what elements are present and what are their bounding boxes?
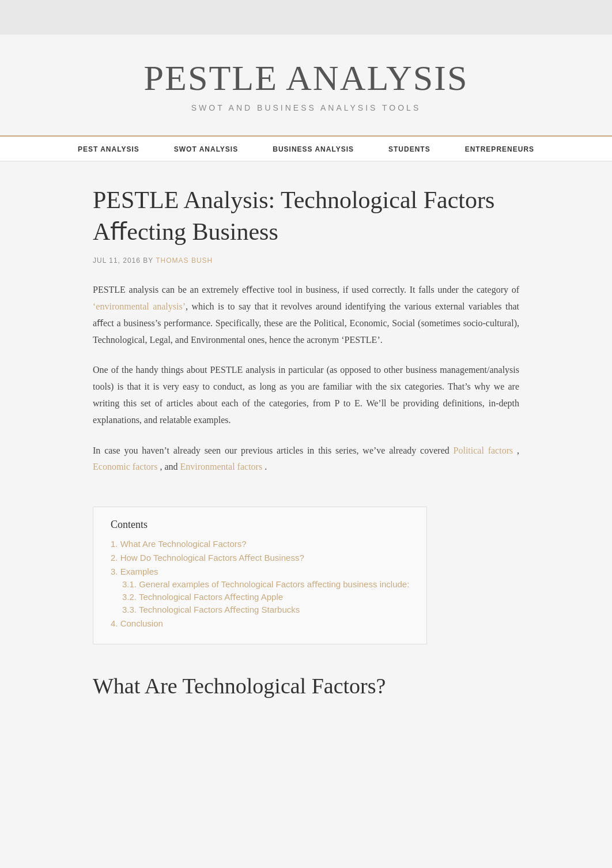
toc-item-1: 1. What Are Technological Factors? [111,539,409,549]
article-meta: JUL 11, 2016 BY THOMAS BUSH [93,256,519,265]
nav-business-analysis[interactable]: BUSINESS ANALYSIS [273,145,354,153]
intro-paragraph-2: One of the handy things about PESTLE ana… [93,362,519,428]
article-title: PESTLE Analysis: Technological Factors A… [93,184,519,247]
main-content: PESTLE Analysis: Technological Factors A… [47,161,565,733]
site-subtitle: SWOT AND BUSINESS ANALYSIS TOOLS [12,103,600,112]
toc-item-2: 2. How Do Technological Factors Aﬀect Bu… [111,553,409,563]
toc-item-3: 3. Examples 3.1. General examples of Tec… [111,567,409,615]
article-date: JUL 11, 2016 [93,256,141,265]
site-header: PESTLE ANALYSIS SWOT AND BUSINESS ANALYS… [0,35,612,124]
section1-heading: What Are Technological Factors? [93,673,519,699]
contents-heading: Contents [111,519,409,531]
toc-link-3-2[interactable]: 3.2. Technological Factors Aﬀecting Appl… [122,592,283,602]
nav-students[interactable]: STUDENTS [388,145,430,153]
article-body: PESTLE analysis can be an extremely eﬀec… [93,282,519,699]
navigation: PEST ANALYSIS SWOT ANALYSIS BUSINESS ANA… [0,135,612,161]
toc-link-3-3[interactable]: 3.3. Technological Factors Aﬀecting Star… [122,605,300,614]
toc-item-3-1: 3.1. General examples of Technological F… [122,579,409,590]
nav-entrepreneurs[interactable]: ENTREPRENEURS [465,145,534,153]
link-environmental-factors[interactable]: Environmental factors [180,462,263,471]
site-title: PESTLE ANALYSIS [12,58,600,99]
toc-link-2[interactable]: 2. How Do Technological Factors Aﬀect Bu… [111,553,304,563]
toc-link-3[interactable]: 3. Examples [111,567,158,576]
article-by: BY [143,256,156,265]
toc-list: 1. What Are Technological Factors? 2. Ho… [111,539,409,629]
nav-swot-analysis[interactable]: SWOT ANALYSIS [174,145,238,153]
article-author[interactable]: THOMAS BUSH [156,256,213,265]
toc-sublist: 3.1. General examples of Technological F… [111,579,409,615]
top-banner [0,0,612,35]
link-economic-factors[interactable]: Economic factors [93,462,157,471]
toc-link-3-1[interactable]: 3.1. General examples of Technological F… [122,579,409,589]
link-political-factors[interactable]: Political factors [454,446,513,455]
intro-paragraph-1: PESTLE analysis can be an extremely eﬀec… [93,282,519,348]
toc-link-1[interactable]: 1. What Are Technological Factors? [111,539,247,549]
link-environmental-analysis[interactable]: ‘environmental analysis’ [93,301,186,311]
toc-item-3-3: 3.3. Technological Factors Aﬀecting Star… [122,605,409,615]
toc-item-4: 4. Conclusion [111,618,409,629]
contents-box: Contents 1. What Are Technological Facto… [93,507,427,644]
toc-link-4[interactable]: 4. Conclusion [111,618,163,628]
intro-paragraph-3: In case you haven’t already seen our pre… [93,443,519,476]
nav-pest-analysis[interactable]: PEST ANALYSIS [78,145,139,153]
toc-item-3-2: 3.2. Technological Factors Aﬀecting Appl… [122,592,409,602]
